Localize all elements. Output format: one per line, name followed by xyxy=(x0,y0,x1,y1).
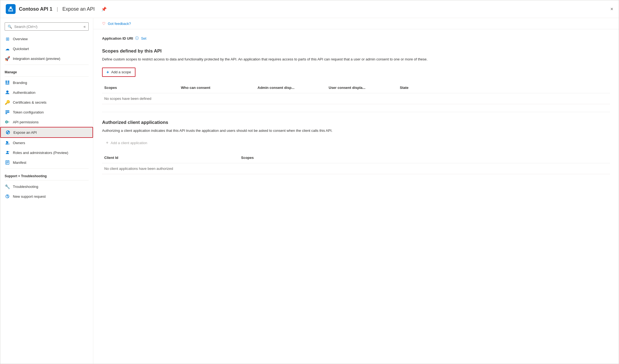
feedback-bar: ♡ Got feedback? xyxy=(93,18,619,29)
add-scope-button[interactable]: + Add a scope xyxy=(102,68,135,77)
svg-rect-7 xyxy=(5,112,9,113)
token-icon xyxy=(5,109,10,115)
search-icon: 🔍 xyxy=(8,25,12,29)
sidebar-item-label: Integration assistant (preview) xyxy=(13,57,60,61)
scopes-table-header: Scopes Who can consent Admin consent dis… xyxy=(102,82,610,93)
api-perm-icon xyxy=(5,119,10,125)
grid-icon: ⊞ xyxy=(5,36,10,42)
svg-rect-2 xyxy=(8,81,9,82)
scopes-title: Scopes defined by this API xyxy=(102,48,610,54)
authorized-section: Authorized client applications Authorizi… xyxy=(102,120,610,174)
sidebar-item-branding[interactable]: Branding xyxy=(0,78,93,88)
sidebar-item-token[interactable]: Token configuration xyxy=(0,107,93,117)
plus-client-icon: + xyxy=(106,140,108,145)
sidebar-item-label: Expose an API xyxy=(13,130,37,135)
scopes-description: Define custom scopes to restrict access … xyxy=(102,57,430,62)
cloud-icon: ☁ xyxy=(5,46,10,51)
support-divider2 xyxy=(5,180,89,180)
sidebar-item-overview[interactable]: ⊞ Overview xyxy=(0,34,93,44)
search-box[interactable]: 🔍 « xyxy=(5,22,89,31)
owners-icon xyxy=(5,140,10,145)
set-link[interactable]: Set xyxy=(141,36,146,40)
sidebar-item-label: Manifest xyxy=(13,161,26,165)
heart-icon: ♡ xyxy=(102,21,106,26)
expose-icon xyxy=(5,130,11,135)
app-name: Contoso API 1 xyxy=(19,6,52,12)
col-client-id: Client Id xyxy=(102,155,239,161)
client-table-header: Client Id Scopes xyxy=(102,152,610,163)
col-empty xyxy=(441,85,610,91)
manage-section-label: Manage xyxy=(0,66,93,75)
svg-point-11 xyxy=(7,151,8,153)
app-window: Contoso API 1 | Expose an API 📌 × 🔍 « ⊞ … xyxy=(0,0,619,364)
manage-divider2 xyxy=(5,76,89,77)
sidebar-item-support[interactable]: New support request xyxy=(0,191,93,201)
svg-rect-8 xyxy=(5,113,7,114)
wrench-icon: 🔧 xyxy=(5,184,10,189)
search-input[interactable] xyxy=(14,25,81,29)
sidebar-item-owners[interactable]: Owners xyxy=(0,138,93,148)
sidebar-item-label: New support request xyxy=(13,194,46,199)
manifest-icon xyxy=(5,160,10,165)
sidebar-item-label: Authentication xyxy=(13,91,35,95)
add-client-button[interactable]: + Add a client application xyxy=(102,139,151,147)
authorized-title: Authorized client applications xyxy=(102,120,610,125)
svg-rect-15 xyxy=(6,162,8,163)
col-client-scopes: Scopes xyxy=(239,155,610,161)
manage-divider xyxy=(5,65,89,65)
section-separator xyxy=(102,112,610,112)
pin-icon[interactable]: 📌 xyxy=(101,7,107,12)
support-icon xyxy=(5,194,10,199)
svg-point-10 xyxy=(6,122,7,123)
scopes-section: Scopes defined by this API Define custom… xyxy=(102,48,610,104)
client-empty-message: No client applications have been authori… xyxy=(102,163,610,174)
collapse-button[interactable]: « xyxy=(83,24,86,29)
sidebar-item-label: Quickstart xyxy=(13,47,29,51)
sidebar-item-api-permissions[interactable]: API permissions xyxy=(0,117,93,127)
col-admin-consent: Admin consent disp... xyxy=(255,85,326,91)
authorized-description: Authorizing a client application indicat… xyxy=(102,128,430,133)
app-id-section: Application ID URI ⓘ Set xyxy=(102,36,610,41)
page-title: Expose an API xyxy=(62,6,95,12)
svg-rect-1 xyxy=(5,81,7,82)
sidebar-item-label: Certificates & secrets xyxy=(13,100,47,104)
sidebar-item-authentication[interactable]: Authentication xyxy=(0,88,93,97)
add-client-label: Add a client application xyxy=(111,141,147,145)
support-section-label: Support + Troubleshooting xyxy=(0,170,93,179)
rocket-icon: 🚀 xyxy=(5,56,10,61)
scopes-empty-message: No scopes have been defined xyxy=(102,93,610,104)
auth-icon xyxy=(5,90,10,95)
sidebar-item-label: Branding xyxy=(13,81,27,85)
close-button[interactable]: × xyxy=(610,6,613,12)
branding-icon xyxy=(5,80,10,85)
sidebar-item-label: Token configuration xyxy=(13,110,44,114)
plus-icon: + xyxy=(106,70,109,75)
sidebar-item-manifest[interactable]: Manifest xyxy=(0,158,93,167)
svg-rect-16 xyxy=(6,163,8,164)
svg-point-12 xyxy=(8,151,9,152)
col-state: State xyxy=(398,85,441,91)
app-icon xyxy=(6,4,16,14)
sidebar-item-label: Roles and administrators (Preview) xyxy=(13,151,68,155)
col-scopes: Scopes xyxy=(102,85,179,91)
sidebar-item-troubleshooting[interactable]: 🔧 Troubleshooting xyxy=(0,182,93,191)
title-separator: | xyxy=(57,6,58,12)
sidebar-item-label: API permissions xyxy=(13,120,39,124)
sidebar-item-certificates[interactable]: 🔑 Certificates & secrets xyxy=(0,97,93,107)
main-content: ♡ Got feedback? Application ID URI ⓘ Set… xyxy=(93,18,619,364)
add-scope-label: Add a scope xyxy=(111,70,131,74)
sidebar-item-expose-api[interactable]: Expose an API xyxy=(0,127,93,138)
cert-icon: 🔑 xyxy=(5,100,10,105)
sidebar-item-label: Owners xyxy=(13,141,25,145)
sidebar-item-integration[interactable]: 🚀 Integration assistant (preview) xyxy=(0,54,93,63)
sidebar-item-label: Overview xyxy=(13,37,28,41)
svg-rect-14 xyxy=(6,161,8,162)
sidebar-item-quickstart[interactable]: ☁ Quickstart xyxy=(0,44,93,54)
sidebar: 🔍 « ⊞ Overview ☁ Quickstart 🚀 Integratio… xyxy=(0,18,93,364)
title-bar: Contoso API 1 | Expose an API 📌 × xyxy=(0,0,619,18)
app-id-label: Application ID URI xyxy=(102,36,133,40)
svg-rect-3 xyxy=(5,82,7,83)
feedback-link[interactable]: Got feedback? xyxy=(108,22,131,26)
sidebar-item-roles[interactable]: Roles and administrators (Preview) xyxy=(0,148,93,158)
col-user-consent: User consent displa... xyxy=(326,85,398,91)
